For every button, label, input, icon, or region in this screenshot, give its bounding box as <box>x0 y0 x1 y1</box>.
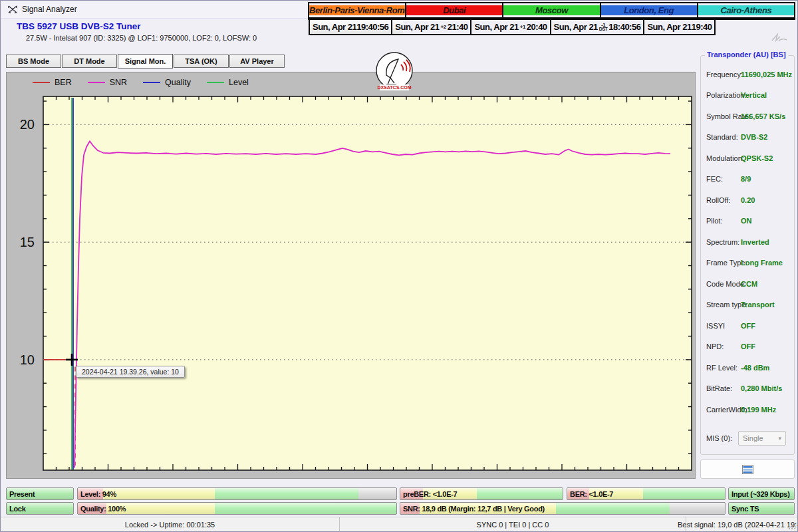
present-indicator: Present <box>6 487 74 500</box>
row-code-mode: Code Mode:CCM <box>701 275 795 295</box>
ber-line-swatch <box>33 82 50 83</box>
svg-text:15: 15 <box>20 235 35 249</box>
level-gauge: Level: 94% <box>77 487 397 500</box>
row-frequency: Frequency:11690,025 MHz <box>701 65 795 86</box>
row-mis: MIS (0): Single ▾ <box>701 430 795 448</box>
program-list-button[interactable] <box>700 460 795 479</box>
clock-time-moscow: Sun, Apr 21 +1 20:40 <box>471 22 549 32</box>
quality-gauge: Quality: 100% <box>77 502 397 515</box>
antenna-icon <box>7 4 18 15</box>
clock-city-cairo: Cairo-Athens <box>698 5 794 15</box>
device-title: TBS 5927 USB DVB-S2 Tuner <box>17 21 141 31</box>
signal-analyzer-window: Signal Analyzer Berlin-Paris-Vienna-Roma… <box>0 0 798 532</box>
chart-legend: BER SNR Quality Level <box>33 76 257 89</box>
transponder-panel: Transponder (AU) [BS] Frequency:11690,02… <box>700 55 795 455</box>
clock-city-dubai: Dubai <box>406 5 502 15</box>
clock-time-london: Sun, Apr 21 -1DST 18:40:56 <box>551 22 644 32</box>
row-issyi: ISSYIOFF <box>701 317 795 337</box>
row-rolloff: RollOff:0.20 <box>701 191 795 211</box>
ber-gauge: BER: <1.0E-7 <box>567 487 726 500</box>
mis-dropdown[interactable]: Single ▾ <box>738 431 786 446</box>
row-rf-level: RF Level:-48 dBm <box>701 358 795 379</box>
signal-chart[interactable]: 101520 <box>7 72 695 481</box>
snr-line-swatch <box>88 82 105 83</box>
level-line-swatch <box>207 82 224 83</box>
tab-signal-mon[interactable]: Signal Mon. <box>118 54 173 68</box>
mode-tabs: BS Mode DT Mode Signal Mon. TSA (OK) AV … <box>6 55 285 69</box>
tab-av-player[interactable]: AV Player <box>229 55 285 68</box>
row-fec: FEC:8/9 <box>701 170 795 190</box>
sync-ts-indicator: Sync TS <box>728 502 795 515</box>
signal-chart-panel: 101520 BER SNR Quality Level 2024-04-21 … <box>6 72 696 479</box>
list-icon <box>742 465 753 474</box>
statusbar-uptime: Locked -> Uptime: 00:01:35 <box>1 517 340 532</box>
tab-bs-mode[interactable]: BS Mode <box>6 55 61 68</box>
clock-city-berlin: Berlin-Paris-Vienna-Roma <box>309 5 405 15</box>
tab-tsa[interactable]: TSA (OK) <box>174 55 229 68</box>
chart-tooltip: 2024-04-21 19.39.26, value: 10 <box>76 366 185 378</box>
clock-city-london: London, Eng <box>601 5 697 15</box>
watermark-icon <box>769 33 792 43</box>
snr-gauge: SNR: 18,9 dB (Margin: 12,7 dB | Very Goo… <box>400 502 726 515</box>
row-pilot: Pilot:ON <box>701 211 795 232</box>
statusbar: Locked -> Uptime: 00:01:35 SYNC 0 | TEI … <box>1 517 798 532</box>
legend-level: Level <box>207 78 249 87</box>
window-title: Signal Analyzer <box>22 5 77 14</box>
row-polarization: Polarization:Vertical <box>701 86 795 106</box>
clock-time-berlin: Sun, Apr 21 19:40:56 <box>310 22 391 32</box>
world-clock: Berlin-Paris-Vienna-Roma Dubai Moscow Lo… <box>308 2 795 20</box>
clock-time-cairo: Sun, Apr 21 19:40 <box>644 22 714 32</box>
legend-ber: BER <box>33 78 72 87</box>
lock-indicator: Lock <box>6 502 74 515</box>
resize-grip[interactable] <box>788 522 796 530</box>
clock-time-dubai: Sun, Apr 21 +2 21:40 <box>392 22 470 32</box>
row-spectrum: Spectrum:Inverted <box>701 233 795 253</box>
clock-city-moscow: Moscow <box>503 5 599 15</box>
legend-snr: SNR <box>88 78 127 87</box>
row-frame-type: Frame Type:Long Frame <box>701 253 795 274</box>
row-carrierwidth: CarrierWidth:0,199 MHz <box>701 400 795 421</box>
device-subtitle: 27.5W - Intelsat 907 (ID: 3325) @ LOF1: … <box>26 34 257 42</box>
svg-text:10: 10 <box>20 352 35 367</box>
tab-dt-mode[interactable]: DT Mode <box>62 55 117 68</box>
row-standard: Standard:DVB-S2 <box>701 128 795 148</box>
chevron-down-icon: ▾ <box>778 435 781 442</box>
row-symbol-rate: Symbol Rate:166,657 KS/s <box>701 107 795 128</box>
statusbar-sync: SYNC 0 | TEI 0 | CC 0 <box>340 517 686 532</box>
preber-gauge: preBER: <1.0E-7 <box>400 487 563 500</box>
statusbar-best-signal: Best signal: 19,0 dB (2024-04-21 19:40) <box>686 517 798 532</box>
quality-line-swatch <box>143 82 160 83</box>
svg-text:20: 20 <box>20 117 35 132</box>
row-modulation: Modulation:QPSK-S2 <box>701 149 795 170</box>
row-bitrate: BitRate:0,280 Mbit/s <box>701 379 795 400</box>
row-npd: NPD:OFF <box>701 337 795 358</box>
input-indicator: Input (~329 Kbps) <box>728 487 795 500</box>
row-stream-type: Stream type:Transport <box>701 295 795 316</box>
dxsatcs-logo-text: DXSATCS.COM <box>377 85 411 90</box>
dxsatcs-logo: DXSATCS.COM <box>374 51 414 95</box>
legend-quality: Quality <box>143 78 191 87</box>
transponder-panel-title: Transponder (AU) [BS] <box>705 51 788 59</box>
